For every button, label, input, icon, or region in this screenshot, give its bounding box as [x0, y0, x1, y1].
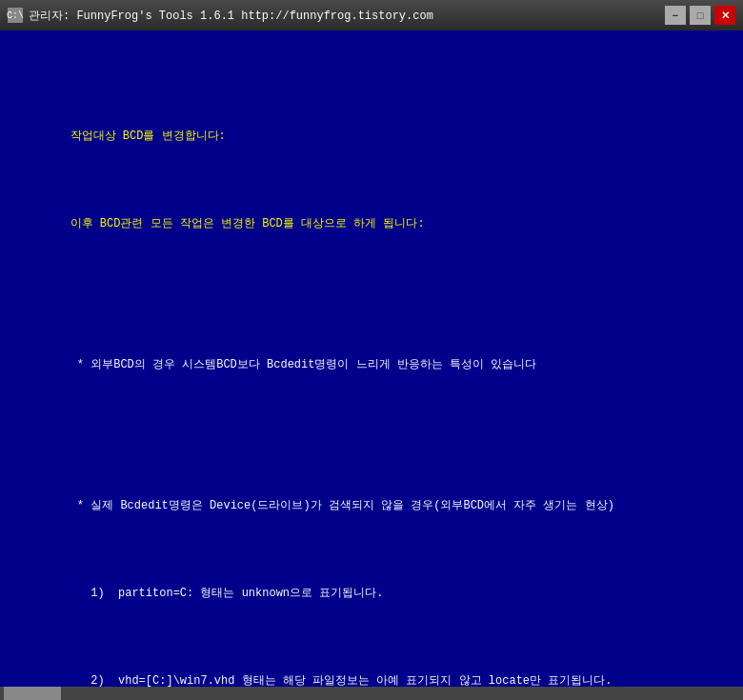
unknown-text: unknown [242, 587, 290, 600]
line-info2: * 실제 Bcdedit명령은 Device(드라이브)가 검색되지 않을 경우… [15, 480, 728, 531]
line-header2: 이후 BCD관련 모든 작업은 변경한 BCD를 대상으로 하게 됩니다: [15, 198, 728, 250]
line-info3: 1) partiton=C: 형태는 unknown으로 표기됩니다. [15, 568, 728, 619]
line-info1: * 외부BCD의 경우 시스템BCD보다 Bcdedit명령이 느리게 반응하는… [15, 339, 728, 390]
title-bar-text: 관리자: FunnyFrog's Tools 1.6.1 http://funn… [29, 8, 433, 24]
line-blank1 [15, 286, 728, 303]
title-bar-buttons: − □ ✕ [665, 6, 735, 25]
title-bar-left: C:\ 관리자: FunnyFrog's Tools 1.6.1 http://… [8, 8, 433, 24]
console-content: 작업대상 BCD를 변경합니다: 이후 BCD관련 모든 작업은 변경한 BCD… [15, 42, 728, 700]
text-line8: 2) vhd=[C:]\win7.vhd 형태는 해당 파일정보는 아예 표기되… [70, 674, 612, 688]
text-line7b: 으로 표기됩니다. [290, 587, 383, 600]
text-line6: * 실제 Bcdedit명령은 Device(드라이브)가 검색되지 않을 경우… [70, 499, 614, 512]
close-button[interactable]: ✕ [714, 6, 735, 25]
window-icon: C:\ [8, 8, 23, 23]
line-blank2 [15, 427, 728, 444]
title-bar: C:\ 관리자: FunnyFrog's Tools 1.6.1 http://… [0, 0, 743, 30]
text-line2: 이후 BCD관련 모든 작업은 변경한 BCD를 대상으로 하게 됩니다: [70, 217, 425, 230]
line-header1: 작업대상 BCD를 변경합니다: [15, 110, 728, 162]
main-window: C:\ 관리자: FunnyFrog's Tools 1.6.1 http://… [0, 0, 743, 700]
console-area: 작업대상 BCD를 변경합니다: 이후 BCD관련 모든 작업은 변경한 BCD… [0, 30, 743, 700]
scrollbar[interactable] [0, 687, 743, 700]
minimize-button[interactable]: − [665, 6, 686, 25]
scrollbar-thumb[interactable] [4, 687, 61, 700]
text-line4: * 외부BCD의 경우 시스템BCD보다 Bcdedit명령이 느리게 반응하는… [70, 358, 537, 371]
text-line7a: 1) partiton=C: 형태는 [70, 587, 242, 600]
text-line1: 작업대상 BCD를 변경합니다: [70, 130, 226, 143]
maximize-button[interactable]: □ [690, 6, 711, 25]
icon-label: C:\ [7, 10, 24, 21]
